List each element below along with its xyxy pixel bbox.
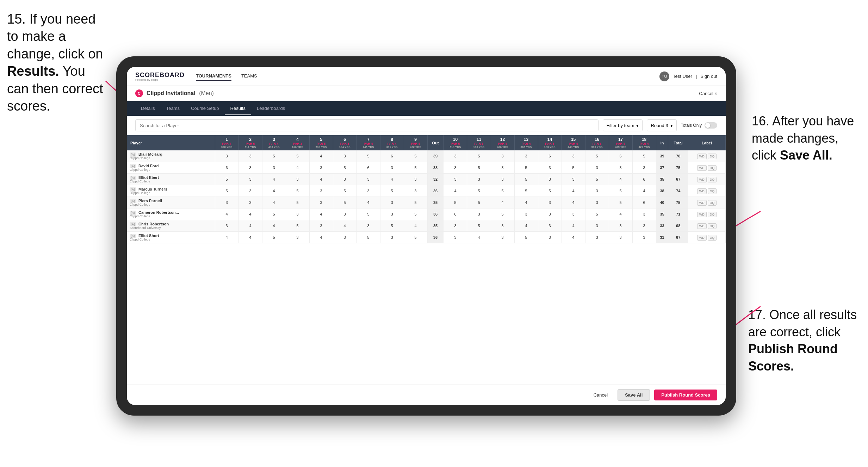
score-hole-8[interactable]: 5 — [380, 185, 404, 197]
score-hole-13[interactable]: 4 — [514, 220, 538, 232]
score-hole-9[interactable]: 4 — [404, 220, 427, 232]
score-hole-11[interactable]: 5 — [467, 220, 491, 232]
score-hole-5[interactable]: 4 — [309, 208, 333, 220]
score-hole-7[interactable]: 5 — [356, 232, 380, 243]
score-hole-10[interactable]: 3 — [444, 162, 467, 174]
wd-button[interactable]: WD — [697, 154, 707, 159]
score-hole-6[interactable]: 3 — [333, 174, 356, 185]
score-hole-2[interactable]: 4 — [238, 208, 262, 220]
score-hole-16[interactable]: 3 — [585, 162, 609, 174]
score-hole-1[interactable]: 5 — [215, 185, 238, 197]
score-hole-18[interactable]: 5 — [632, 150, 656, 162]
score-hole-7[interactable]: 5 — [356, 150, 380, 162]
wd-button[interactable]: WD — [697, 200, 707, 206]
score-hole-18[interactable]: 3 — [632, 232, 656, 243]
score-hole-16[interactable]: 3 — [585, 232, 609, 243]
score-hole-3[interactable]: 4 — [262, 220, 286, 232]
tab-leaderboards[interactable]: Leaderboards — [251, 102, 291, 115]
nav-link-teams[interactable]: TEAMS — [241, 72, 257, 81]
score-hole-1[interactable]: 3 — [215, 197, 238, 208]
score-hole-10[interactable]: 5 — [444, 197, 467, 208]
score-hole-18[interactable]: 6 — [632, 174, 656, 185]
score-hole-9[interactable]: 5 — [404, 197, 427, 208]
score-hole-15[interactable]: 4 — [562, 185, 585, 197]
score-hole-11[interactable]: 3 — [467, 174, 491, 185]
tab-results[interactable]: Results — [225, 102, 251, 115]
score-hole-3[interactable]: 5 — [262, 232, 286, 243]
score-hole-6[interactable]: 5 — [333, 162, 356, 174]
score-hole-3[interactable]: 4 — [262, 197, 286, 208]
score-hole-6[interactable]: 5 — [333, 185, 356, 197]
score-hole-8[interactable]: 3 — [380, 232, 404, 243]
score-hole-4[interactable]: 4 — [286, 162, 309, 174]
score-hole-16[interactable]: 5 — [585, 208, 609, 220]
dq-button[interactable]: DQ — [708, 212, 717, 217]
publish-round-scores-button[interactable]: Publish Round Scores — [654, 390, 717, 400]
score-hole-5[interactable]: 4 — [309, 150, 333, 162]
score-hole-17[interactable]: 5 — [609, 185, 632, 197]
score-hole-2[interactable]: 3 — [238, 185, 262, 197]
score-hole-2[interactable]: 3 — [238, 150, 262, 162]
score-hole-12[interactable]: 3 — [491, 232, 514, 243]
wd-button[interactable]: WD — [697, 235, 707, 241]
score-hole-12[interactable]: 5 — [491, 208, 514, 220]
score-hole-10[interactable]: 4 — [444, 185, 467, 197]
score-hole-4[interactable]: 5 — [286, 220, 309, 232]
score-hole-12[interactable]: 3 — [491, 220, 514, 232]
tab-teams[interactable]: Teams — [161, 102, 185, 115]
score-hole-18[interactable]: 3 — [632, 208, 656, 220]
score-hole-5[interactable]: 3 — [309, 162, 333, 174]
score-hole-13[interactable]: 5 — [514, 232, 538, 243]
score-hole-15[interactable]: 4 — [562, 232, 585, 243]
score-hole-7[interactable]: 4 — [356, 197, 380, 208]
score-hole-16[interactable]: 5 — [585, 150, 609, 162]
score-hole-7[interactable]: 3 — [356, 220, 380, 232]
score-hole-13[interactable]: 4 — [514, 197, 538, 208]
score-hole-9[interactable]: 3 — [404, 185, 427, 197]
score-hole-7[interactable]: 6 — [356, 162, 380, 174]
wd-button[interactable]: WD — [697, 177, 707, 182]
score-hole-5[interactable]: 3 — [309, 197, 333, 208]
score-hole-5[interactable]: 4 — [309, 174, 333, 185]
score-hole-3[interactable]: 5 — [262, 208, 286, 220]
score-hole-14[interactable]: 6 — [538, 150, 562, 162]
score-hole-4[interactable]: 3 — [286, 174, 309, 185]
score-hole-12[interactable]: 4 — [491, 197, 514, 208]
score-hole-12[interactable]: 3 — [491, 174, 514, 185]
dq-button[interactable]: DQ — [708, 177, 717, 182]
score-hole-2[interactable]: 3 — [238, 197, 262, 208]
score-hole-12[interactable]: 3 — [491, 162, 514, 174]
dq-button[interactable]: DQ — [708, 154, 717, 159]
save-all-button[interactable]: Save All — [618, 389, 650, 401]
score-hole-4[interactable]: 5 — [286, 185, 309, 197]
score-hole-10[interactable]: 3 — [444, 232, 467, 243]
wd-button[interactable]: WD — [697, 165, 707, 171]
score-hole-8[interactable]: 4 — [380, 174, 404, 185]
score-hole-15[interactable]: 4 — [562, 220, 585, 232]
score-hole-1[interactable]: 5 — [215, 174, 238, 185]
score-hole-8[interactable]: 3 — [380, 208, 404, 220]
score-hole-12[interactable]: 5 — [491, 185, 514, 197]
score-hole-18[interactable]: 3 — [632, 220, 656, 232]
score-hole-14[interactable]: 3 — [538, 162, 562, 174]
nav-link-tournaments[interactable]: TOURNAMENTS — [196, 72, 231, 81]
score-hole-15[interactable]: 5 — [562, 162, 585, 174]
score-hole-1[interactable]: 3 — [215, 220, 238, 232]
score-hole-13[interactable]: 5 — [514, 185, 538, 197]
score-hole-17[interactable]: 6 — [609, 150, 632, 162]
score-hole-4[interactable]: 3 — [286, 232, 309, 243]
score-hole-3[interactable]: 3 — [262, 162, 286, 174]
score-hole-16[interactable]: 3 — [585, 197, 609, 208]
score-hole-17[interactable]: 3 — [609, 162, 632, 174]
score-hole-8[interactable]: 3 — [380, 197, 404, 208]
score-hole-6[interactable]: 3 — [333, 150, 356, 162]
totals-only-toggle[interactable] — [705, 122, 717, 129]
score-hole-17[interactable]: 5 — [609, 197, 632, 208]
dq-button[interactable]: DQ — [708, 165, 717, 171]
round-dropdown[interactable]: Round 3 ▾ — [647, 119, 676, 131]
score-hole-15[interactable]: 3 — [562, 208, 585, 220]
score-hole-3[interactable]: 4 — [262, 174, 286, 185]
score-hole-5[interactable]: 3 — [309, 220, 333, 232]
score-hole-11[interactable]: 3 — [467, 208, 491, 220]
score-hole-18[interactable]: 3 — [632, 162, 656, 174]
